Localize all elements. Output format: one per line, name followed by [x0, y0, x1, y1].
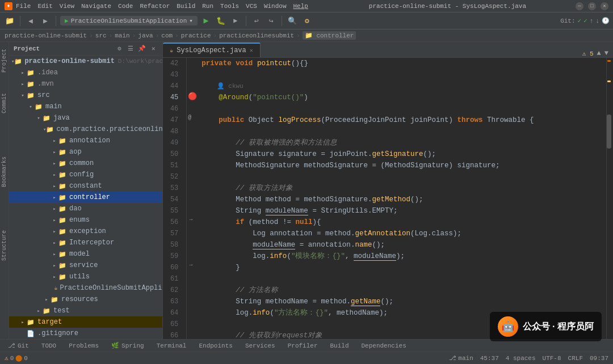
- dependencies-tab[interactable]: Dependencies: [356, 341, 412, 350]
- code-line-43: [201, 69, 606, 81]
- git-arrow-up[interactable]: ↑: [590, 18, 594, 24]
- expand-gutter-btn[interactable]: ▲: [597, 49, 601, 57]
- tree-service[interactable]: ▸ 📁 service: [9, 260, 162, 271]
- panel-gear-icon[interactable]: ⚙: [115, 44, 124, 53]
- menu-window[interactable]: Window: [264, 3, 287, 10]
- menu-run[interactable]: Run: [202, 3, 213, 10]
- tree-constant[interactable]: ▸ 📁 constant: [9, 180, 162, 192]
- services-tab[interactable]: Services: [240, 341, 281, 350]
- folder-icon: 📁: [58, 159, 67, 168]
- todo-tab[interactable]: TODO: [36, 341, 62, 350]
- breadcrumb-item-2[interactable]: src: [95, 32, 107, 39]
- tree-gitignore[interactable]: ▸ 📄 .gitignore: [9, 328, 162, 339]
- breadcrumb-item-7[interactable]: practiceonlinesubmit: [219, 32, 294, 39]
- status-warnings[interactable]: ⚠ 0 ⬤ 0: [5, 354, 28, 362]
- problems-tab[interactable]: Problems: [63, 341, 104, 350]
- breadcrumb-item-8[interactable]: 📁 controller: [303, 31, 356, 40]
- toolbar-undo-btn[interactable]: ↩: [250, 15, 263, 27]
- run-config-selector[interactable]: ▶ PracticeOnlineSubmitApplication ▾: [60, 16, 198, 26]
- tree-com-practice[interactable]: ▾ 📁 com.practice.practiceonlinesubmit: [9, 124, 162, 135]
- scroll-thumb[interactable]: [606, 115, 612, 149]
- run-btn[interactable]: ▶: [200, 15, 212, 27]
- menu-navigate[interactable]: Navigate: [81, 3, 111, 10]
- breadcrumb-item-4[interactable]: java: [138, 32, 153, 39]
- menu-code[interactable]: Code: [118, 3, 133, 10]
- status-position[interactable]: 45:37: [480, 355, 499, 362]
- build-tab[interactable]: Build: [325, 341, 355, 350]
- tree-utils[interactable]: ▸ 📁 utils: [9, 271, 162, 282]
- panel-expand-icon[interactable]: ☰: [126, 44, 135, 53]
- menu-tools[interactable]: Tools: [220, 3, 239, 10]
- toolbar-back-btn[interactable]: ◀: [24, 15, 37, 27]
- tree-aop[interactable]: ▸ 📁 aop: [9, 146, 162, 158]
- breadcrumb-sep-3: ›: [132, 32, 136, 39]
- toolbar-search-btn[interactable]: 🔍: [286, 15, 299, 27]
- tab-close-btn[interactable]: ✕: [250, 47, 253, 54]
- tree-model[interactable]: ▸ 📁 model: [9, 248, 162, 260]
- maximize-button[interactable]: □: [588, 2, 596, 10]
- status-encoding[interactable]: UTF-8: [543, 355, 561, 362]
- tree-common[interactable]: ▸ 📁 common: [9, 158, 162, 169]
- tree-mvn[interactable]: ▸ 📁 .mvn: [9, 78, 162, 90]
- tree-enums[interactable]: ▸ 📁 enums: [9, 214, 162, 226]
- panel-close-icon[interactable]: ✕: [149, 44, 158, 53]
- tree-main[interactable]: ▾ 📁 main: [9, 101, 162, 112]
- toolbar-settings-btn[interactable]: ⚙: [301, 15, 313, 27]
- close-button[interactable]: ✕: [601, 2, 608, 10]
- tree-test[interactable]: ▸ 📁 test: [9, 305, 162, 316]
- tree-idea[interactable]: ▸ 📁 .idea: [9, 67, 162, 78]
- endpoints-tab[interactable]: Endpoints: [193, 341, 238, 350]
- breadcrumb-item-3[interactable]: main: [115, 32, 129, 39]
- tree-src[interactable]: ▾ 📁 src: [9, 90, 162, 101]
- window-controls[interactable]: ─ □ ✕: [576, 2, 608, 10]
- menu-vcs[interactable]: VCS: [246, 3, 257, 10]
- tree-root[interactable]: ▾ 📁 practice-online-submit D:\work\pract…: [9, 56, 162, 67]
- toolbar-open-btn[interactable]: 📁: [3, 15, 16, 27]
- toolbar-redo-btn[interactable]: ↪: [265, 15, 278, 27]
- menu-file[interactable]: File: [16, 3, 31, 10]
- tree-target[interactable]: ▸ 📁 target: [9, 316, 162, 328]
- tree-java[interactable]: ▾ 📁 java: [9, 112, 162, 124]
- toolbar-forward-btn[interactable]: ▶: [39, 15, 52, 27]
- git-tab[interactable]: ⎇ Git: [2, 341, 35, 350]
- menu-refactor[interactable]: Refactor: [140, 3, 170, 10]
- debug-btn[interactable]: 🐛: [215, 15, 227, 27]
- bookmarks-tab[interactable]: Bookmarks: [0, 152, 9, 192]
- panel-pin-icon[interactable]: 📌: [137, 44, 146, 53]
- tree-exception[interactable]: ▸ 📁 exception: [9, 226, 162, 237]
- menu-build[interactable]: Build: [177, 3, 195, 10]
- menu-view[interactable]: View: [60, 3, 74, 10]
- collapse-gutter-btn[interactable]: ▼: [604, 49, 608, 57]
- tree-resources[interactable]: ▸ 📁 resources: [9, 294, 162, 305]
- tree-annotation[interactable]: ▸ 📁 annotation: [9, 135, 162, 146]
- gutter-icon-45[interactable]: 🔴: [188, 92, 197, 101]
- project-tab[interactable]: Project: [0, 44, 9, 77]
- tree-app-class[interactable]: ▸ ☕ PracticeOnlineSubmitApplication: [9, 282, 162, 294]
- tree-test-label: test: [53, 307, 70, 315]
- status-line-separator[interactable]: CRLF: [568, 355, 583, 362]
- breadcrumb-item-5[interactable]: com: [161, 32, 173, 39]
- git-arrow-down[interactable]: ↓: [595, 18, 599, 24]
- tab-syslogaspect[interactable]: ☕ SysLogAspect.java ✕: [163, 43, 260, 57]
- menu-bar[interactable]: File Edit View Navigate Code Refactor Bu…: [16, 3, 308, 10]
- right-scrollbar[interactable]: [606, 58, 613, 339]
- profiler-tab[interactable]: Profiler: [282, 341, 324, 350]
- tree-controller[interactable]: ▸ 📁 controller: [9, 192, 162, 203]
- tree-dao[interactable]: ▸ 📁 dao: [9, 203, 162, 214]
- run-with-coverage-btn[interactable]: ▶: [229, 15, 242, 27]
- status-indent[interactable]: 4 spaces: [506, 355, 536, 362]
- todo-tab-label: TODO: [41, 342, 56, 349]
- breadcrumb-item-1[interactable]: practice-online-submit: [5, 32, 87, 39]
- project-tree[interactable]: ▾ 📁 practice-online-submit D:\work\pract…: [9, 56, 162, 339]
- spring-tab[interactable]: 🌿 Spring: [106, 341, 150, 350]
- terminal-tab[interactable]: Terminal: [151, 341, 192, 350]
- tree-interceptor[interactable]: ▸ 📁 Interceptor: [9, 237, 162, 248]
- structure-tab[interactable]: Structure: [0, 226, 9, 265]
- breadcrumb-item-6[interactable]: practice: [181, 32, 211, 39]
- menu-help[interactable]: Help: [293, 3, 308, 10]
- tree-config[interactable]: ▸ 📁 config: [9, 169, 162, 180]
- minimize-button[interactable]: ─: [576, 2, 583, 10]
- menu-edit[interactable]: Edit: [37, 3, 52, 10]
- commit-tab[interactable]: Commit: [0, 88, 9, 118]
- status-git[interactable]: ⎇ main: [449, 354, 473, 362]
